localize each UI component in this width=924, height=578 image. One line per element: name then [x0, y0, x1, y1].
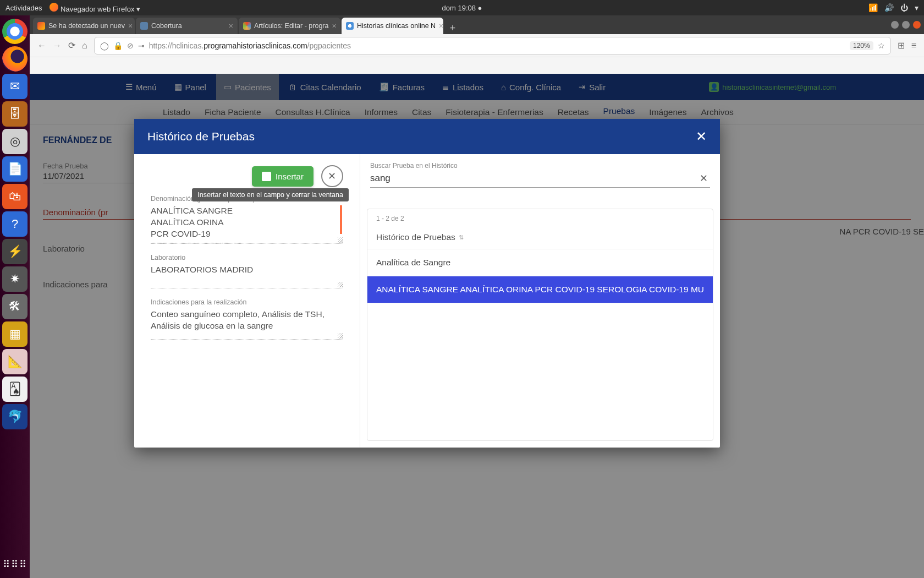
modal-close-button[interactable]: ✕: [696, 129, 707, 144]
denom-textarea[interactable]: ANALÍTICA SANGRE ANALÍTICA ORINA PCR COV…: [151, 204, 343, 244]
window-minimize[interactable]: [891, 21, 899, 29]
address-bar: ← → ⟳ ⌂ ◯ 🔒 ⊘ ⊸ https://hclinicas.progra…: [30, 34, 924, 57]
dock-mysql[interactable]: 🐬: [2, 404, 28, 429]
key-icon[interactable]: ⊸: [138, 41, 145, 50]
power-icon[interactable]: ⏻: [900, 3, 908, 12]
firefox-icon: [50, 3, 58, 12]
clock[interactable]: dom 19:08 ●: [442, 4, 482, 12]
clear-search-button[interactable]: ✕: [697, 170, 710, 187]
result-count: 1 - 2 de 2: [367, 209, 713, 226]
modal-header: Histórico de Pruebas ✕: [134, 119, 720, 154]
ind-label: Indicaciones para la realización: [151, 298, 343, 306]
wifi-icon[interactable]: 📶: [868, 3, 878, 12]
window-maximize[interactable]: [902, 21, 910, 29]
shield-icon[interactable]: ◯: [100, 41, 109, 50]
resize-grip-icon[interactable]: [338, 282, 343, 287]
sort-icon[interactable]: ⇅: [459, 234, 464, 241]
perm-icon[interactable]: ⊘: [127, 41, 134, 50]
scroll-indicator[interactable]: [340, 205, 342, 234]
dock-firefox[interactable]: [2, 46, 28, 72]
browser-window: Se ha detectado un nuev× Cobertura× Artí…: [30, 15, 924, 578]
hc-icon: [346, 22, 354, 30]
lock-icon[interactable]: 🔒: [113, 41, 123, 50]
insert-tooltip: Insertar el texto en el campo y cerrar l…: [192, 188, 349, 201]
modal-historico-pruebas: Histórico de Pruebas ✕ Insertar ✕ Insert…: [134, 119, 720, 448]
caret-down-icon[interactable]: ▾: [915, 3, 919, 12]
dock-files[interactable]: 🗄: [2, 101, 28, 127]
joomla-icon: [243, 22, 251, 30]
modal-title: Histórico de Pruebas: [147, 130, 255, 143]
window-close[interactable]: [913, 21, 921, 29]
tab-cobertura[interactable]: Cobertura×: [136, 18, 238, 34]
pocket-icon[interactable]: ⊞: [898, 40, 905, 51]
activities-button[interactable]: Actividades: [6, 4, 42, 12]
gmail-icon: [37, 22, 45, 30]
search-input[interactable]: [370, 170, 697, 187]
result-row-1[interactable]: ANALÍTICA SANGRE ANALÍTICA ORINA PCR COV…: [367, 276, 713, 303]
os-top-panel: Actividades Navegador web Firefox ▾ dom …: [0, 0, 924, 15]
cancel-button[interactable]: ✕: [321, 165, 343, 187]
menu-icon[interactable]: ≡: [911, 41, 916, 51]
close-icon[interactable]: ×: [332, 21, 336, 30]
new-tab-button[interactable]: +: [444, 23, 461, 34]
dock-tool1[interactable]: ⚡: [2, 239, 28, 264]
volume-icon[interactable]: 🔊: [884, 3, 894, 12]
tab-hclinicas[interactable]: Historias clínicas online N×: [342, 18, 443, 34]
tab-joomla[interactable]: Artículos: Editar - progra×: [239, 18, 340, 34]
active-app[interactable]: Navegador web Firefox ▾: [50, 3, 140, 13]
ind-textarea[interactable]: Conteo sanguíneo completo, Análisis de T…: [151, 308, 343, 340]
modal-right-pane: Buscar Prueba en el Histórico ✕ 1 - 2 de…: [360, 154, 720, 448]
results-header[interactable]: Histórico de Pruebas⇅: [367, 226, 713, 249]
dock: ✉ 🗄 ◎ 📄 🛍 ? ⚡ ✷ 🛠 ▦ 📐 🂡 🐬 ⠿⠿⠿: [0, 15, 30, 578]
resize-grip-icon[interactable]: [338, 237, 343, 243]
reload-icon[interactable]: ⟳: [68, 40, 75, 51]
close-icon[interactable]: ×: [229, 21, 233, 30]
search-label: Buscar Prueba en el Histórico: [370, 162, 710, 170]
forward-icon[interactable]: →: [53, 41, 62, 51]
dock-settings[interactable]: 🛠: [2, 294, 28, 319]
bookmark-icon[interactable]: ☆: [878, 41, 885, 50]
dock-mines[interactable]: ✷: [2, 266, 28, 292]
url-text: https://hclinicas.programahistoriasclini…: [149, 41, 845, 50]
dock-cards[interactable]: 🂡: [2, 377, 28, 402]
back-icon[interactable]: ←: [37, 41, 46, 51]
dock-software[interactable]: 🛍: [2, 184, 28, 209]
results-card: 1 - 2 de 2 Histórico de Pruebas⇅ Analíti…: [367, 209, 713, 441]
dock-writer[interactable]: 📄: [2, 156, 28, 182]
home-icon[interactable]: ⌂: [82, 41, 87, 51]
dock-gold[interactable]: ▦: [2, 321, 28, 347]
tab-strip: Se ha detectado un nuev× Cobertura× Artí…: [30, 15, 924, 34]
dock-chrome[interactable]: [2, 19, 28, 44]
favicon-icon: [140, 22, 148, 30]
dock-show-apps[interactable]: ⠿⠿⠿: [3, 558, 28, 570]
lab-label: Laboratorio: [151, 254, 343, 261]
dock-help[interactable]: ?: [2, 211, 28, 237]
dock-disks[interactable]: ◎: [2, 129, 28, 154]
url-field[interactable]: ◯ 🔒 ⊘ ⊸ https://hclinicas.programahistor…: [94, 37, 891, 54]
page-content: ☰ Menú ▦ Panel ▭ Pacientes 🗓 Citas Calen…: [30, 74, 924, 578]
result-row-0[interactable]: Analítica de Sangre: [367, 249, 713, 276]
tab-gmail[interactable]: Se ha detectado un nuev×: [33, 18, 135, 34]
close-icon[interactable]: ×: [128, 21, 133, 30]
lab-textarea[interactable]: LABORATORIOS MADRID: [151, 263, 343, 288]
dock-mail[interactable]: ✉: [2, 74, 28, 99]
zoom-chip[interactable]: 120%: [850, 41, 873, 50]
close-icon[interactable]: ×: [439, 21, 443, 30]
dock-cal[interactable]: 📐: [2, 349, 28, 374]
modal-left-pane: Insertar ✕ Insertar el texto en el campo…: [134, 154, 360, 448]
insert-button[interactable]: Insertar: [252, 166, 314, 187]
save-icon: [262, 172, 271, 181]
resize-grip-icon[interactable]: [338, 333, 343, 339]
